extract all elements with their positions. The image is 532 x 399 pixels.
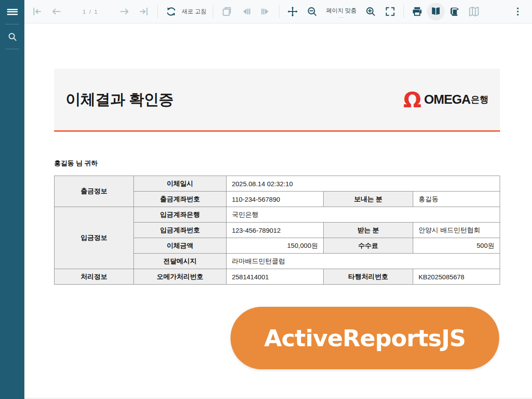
continuous-view-button[interactable] <box>445 3 464 20</box>
bank-name-suffix: 은행 <box>471 94 489 106</box>
table-cell-label: 타행처리번호 <box>323 269 413 285</box>
table-cell-label: 보내는 분 <box>323 192 413 207</box>
table-cell-value: 홍길동 <box>413 192 500 207</box>
table-cell-value: KB2025085678 <box>413 269 500 285</box>
prev-page-button[interactable] <box>47 3 66 20</box>
move-tool-button[interactable] <box>283 3 302 20</box>
table-cell-group: 입금정보 <box>55 207 134 269</box>
search-icon[interactable] <box>0 25 24 48</box>
single-page-view-button[interactable] <box>427 3 445 20</box>
omega-logo-icon: Ω <box>403 89 422 110</box>
next-page-button[interactable] <box>115 3 134 20</box>
table-cell-label: 입금계좌은행 <box>133 207 226 223</box>
sidebar-divider <box>5 49 19 49</box>
refresh-label[interactable]: 새로 고침 <box>182 8 207 16</box>
table-cell-value: 안양시 배드민턴협회 <box>413 223 500 238</box>
toolbar-separator <box>403 5 404 18</box>
table-cell-value: 123-456-789012 <box>226 223 323 238</box>
table-cell-label: 입금계좌번호 <box>133 223 226 238</box>
table-cell-label: 오메가처리번호 <box>133 269 226 285</box>
bank-logo: Ω OMEGA 은행 <box>403 89 489 110</box>
table-cell-value: 라마배드민턴클럽 <box>226 254 500 269</box>
first-page-button[interactable] <box>27 3 47 20</box>
table-cell-label: 이체금액 <box>133 238 226 254</box>
table-cell-value: 2581414001 <box>226 269 323 285</box>
last-page-button[interactable] <box>134 3 154 20</box>
cancel-render-button[interactable] <box>217 3 236 20</box>
table-cell-label: 전달메시지 <box>133 254 226 269</box>
activereportsjs-badge: ActiveReportsJS <box>231 307 499 369</box>
zoom-mode-ellipsis: ... <box>339 15 344 17</box>
toolbar-separator <box>213 5 213 18</box>
table-cell-value: 국민은행 <box>226 207 500 223</box>
zoom-in-button[interactable] <box>361 3 380 20</box>
table-cell-value: 500원 <box>413 238 500 254</box>
sidebar <box>0 0 24 399</box>
toolbar-separator <box>157 5 158 18</box>
table-cell-label: 받는 분 <box>323 223 413 238</box>
table-row: 처리정보오메가처리번호2581414001타행처리번호KB2025085678 <box>55 269 500 285</box>
bank-name: OMEGA <box>424 92 470 107</box>
report-header-band: 이체결과 확인증 Ω OMEGA 은행 <box>54 69 500 130</box>
table-row: 입금정보입금계좌은행국민은행 <box>55 207 500 223</box>
sidebar-divider <box>5 24 19 24</box>
table-cell-label: 이체일시 <box>133 176 226 192</box>
recipient-greeting: 홍길동 님 귀하 <box>54 159 98 168</box>
page-indicator[interactable]: 1 / 1 <box>66 8 115 15</box>
table-cell-value: 150,000원 <box>226 238 323 254</box>
table-cell-value: 2025.08.14 02:32:10 <box>226 176 500 192</box>
fullscreen-button[interactable] <box>380 3 400 20</box>
table-cell-group: 처리정보 <box>55 269 134 285</box>
table-cell-label: 출금계좌번호 <box>133 192 226 207</box>
refresh-button[interactable] <box>161 3 181 20</box>
header-accent-line <box>54 130 500 132</box>
report-title: 이체결과 확인증 <box>66 90 173 110</box>
galley-view-button[interactable] <box>464 3 484 20</box>
history-back-button[interactable] <box>236 3 256 20</box>
activereportsjs-badge-label: ActiveReportsJS <box>264 325 466 352</box>
print-button[interactable] <box>407 3 427 20</box>
history-forward-button[interactable] <box>256 3 275 20</box>
toolbar-separator <box>279 5 279 18</box>
table-cell-label: 수수료 <box>323 238 413 254</box>
report-page: 이체결과 확인증 Ω OMEGA 은행 홍길동 님 귀하 출금정보이체일시202… <box>24 24 532 399</box>
menu-icon[interactable] <box>0 0 24 23</box>
table-cell-group: 출금정보 <box>55 176 134 207</box>
more-options-button[interactable] <box>508 3 528 20</box>
zoom-mode-dropdown[interactable]: 페이지 맞춤 ... <box>326 7 357 17</box>
toolbar: 1 / 1 새로 고침 <box>24 0 532 23</box>
table-cell-value: 110-234-567890 <box>226 192 323 207</box>
table-row: 출금정보이체일시2025.08.14 02:32:10 <box>55 176 500 192</box>
zoom-out-button[interactable] <box>302 3 322 20</box>
transfer-details-table: 출금정보이체일시2025.08.14 02:32:10출금계좌번호110-234… <box>54 176 500 285</box>
